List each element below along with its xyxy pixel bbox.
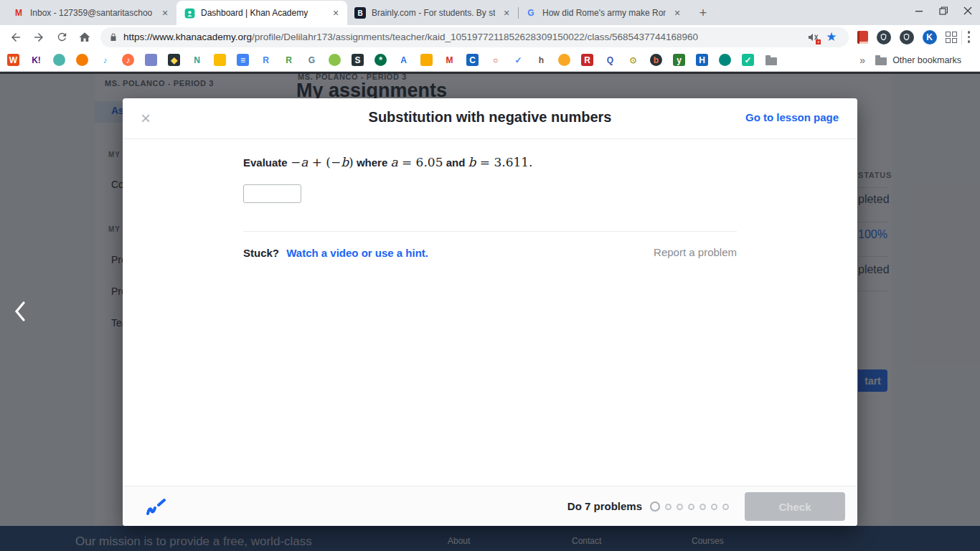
w-red-icon[interactable]: W (7, 54, 19, 66)
tab-title: Inbox - 127359@santaritaschoo (30, 8, 154, 18)
scratchpad-icon[interactable] (146, 496, 167, 519)
folder-icon[interactable] (765, 54, 777, 66)
h-brown-icon[interactable]: h (535, 54, 547, 66)
progress-label: Do 7 problems (567, 500, 642, 512)
chrome-menu-icon[interactable] (962, 31, 976, 43)
microphone-icon[interactable] (145, 54, 157, 66)
hn-blue-icon[interactable]: H (696, 54, 708, 66)
r-blue-icon[interactable]: R (260, 54, 272, 66)
green-bug-icon[interactable] (329, 54, 341, 66)
tab-close-icon[interactable]: × (501, 7, 512, 19)
modal-header: × Substitution with negative numbers Go … (123, 98, 857, 139)
q-purple-icon[interactable]: Q (604, 54, 616, 66)
music-note-icon[interactable]: ♪ (99, 54, 111, 66)
report-problem-link[interactable]: Report a problem (654, 246, 737, 258)
progress-dot (722, 504, 729, 510)
y-green-icon[interactable]: y (673, 54, 685, 66)
check-circle-icon[interactable]: ✓ (512, 54, 524, 66)
flame-circle-icon[interactable]: b (650, 54, 662, 66)
other-bookmarks-button[interactable]: Other bookmarks (875, 55, 961, 65)
progress-dot (677, 504, 683, 510)
sketch-circle-icon[interactable]: ○ (489, 54, 501, 66)
home-icon[interactable] (75, 27, 95, 47)
person-badge-icon[interactable] (420, 54, 433, 66)
khan-favicon (184, 7, 195, 19)
starbucks-icon[interactable]: * (374, 54, 387, 66)
apps-grid-icon[interactable] (946, 32, 957, 43)
tr-red-icon[interactable]: R (581, 54, 593, 66)
stuck-label: Stuck? (243, 247, 279, 259)
go-to-lesson-link[interactable]: Go to lesson page (745, 111, 839, 123)
check-button[interactable]: Check (745, 492, 845, 521)
previous-chevron-icon[interactable] (9, 297, 32, 326)
khan-shield-icon[interactable]: ✓ (742, 54, 754, 66)
google-favicon: G (525, 7, 537, 19)
a-blue-icon[interactable]: A (397, 54, 410, 66)
folder-icon (875, 57, 887, 65)
shield-extension-icon-2[interactable] (900, 30, 914, 44)
tabs-container: MInbox - 127359@santaritaschoo×Dashboard… (6, 1, 689, 25)
close-window-button[interactable] (956, 0, 980, 22)
r-green-icon[interactable]: R (283, 54, 295, 66)
khan-extension-icon[interactable]: K (923, 30, 937, 44)
exercise-modal: × Substitution with negative numbers Go … (123, 98, 857, 526)
orange-swirl-icon[interactable] (76, 54, 88, 66)
browser-tab-strip: MInbox - 127359@santaritaschoo×Dashboard… (0, 0, 980, 25)
dark-book-icon[interactable]: S (352, 54, 364, 66)
answer-input[interactable] (243, 184, 301, 203)
shield-extension-icon[interactable] (877, 30, 891, 44)
g-gray-icon[interactable]: G (306, 54, 318, 66)
new-tab-button[interactable]: + (693, 3, 713, 23)
window-controls (907, 0, 980, 22)
back-icon[interactable] (6, 27, 26, 47)
green-monster-icon[interactable] (53, 54, 65, 66)
tab-close-icon[interactable]: × (330, 7, 341, 19)
other-bookmarks-label: Other bookmarks (892, 55, 961, 65)
forward-icon[interactable] (29, 27, 49, 47)
question-fragment: a (301, 155, 308, 169)
question-fragment: where (354, 156, 391, 169)
yellow-dot-icon[interactable] (558, 54, 570, 66)
dictionary-extension-icon[interactable] (857, 31, 868, 44)
speech-bubble-icon[interactable] (719, 54, 731, 66)
gmail-icon[interactable]: M (443, 54, 456, 66)
bookmark-icons: WK!♪♪◆N≡RRGS*AMC○✓hRQ⊙byH✓ (7, 54, 788, 66)
address-bar[interactable]: https://www.khanacademy.org/profile/Deli… (100, 27, 849, 47)
bookmarks-bar: WK!♪♪◆N≡RRGS*AMC○✓hRQ⊙byH✓ » Other bookm… (0, 49, 980, 72)
blue-doc-icon[interactable]: ≡ (237, 54, 249, 66)
browser-tab[interactable]: BBrainly.com - For students. By st× (347, 1, 518, 25)
progress-dot (711, 504, 717, 510)
modal-body: Evaluate −a + (−b) where a = 6.05 and b … (123, 139, 857, 486)
browser-tab[interactable]: GHow did Rome's army make Ron× (518, 1, 689, 25)
camera-icon[interactable]: ⊙ (627, 54, 639, 66)
sound-muted-icon[interactable]: x (807, 32, 819, 43)
bookmark-star-icon[interactable]: ★ (826, 29, 837, 44)
restore-button[interactable] (931, 0, 956, 22)
c-blue-icon[interactable]: C (466, 54, 479, 66)
hint-link[interactable]: Watch a video or use a hint. (286, 247, 428, 259)
tab-close-icon[interactable]: × (672, 7, 683, 19)
tab-title: How did Rome's army make Ron (542, 8, 666, 18)
yellow-square-icon[interactable] (214, 54, 226, 66)
bookmarks-overflow-icon[interactable]: » (859, 55, 865, 66)
tab-close-icon[interactable]: × (159, 7, 171, 19)
brainly-favicon: B (354, 7, 366, 19)
question-fragment: = 6.05 (398, 155, 443, 169)
question-fragment: b (468, 155, 476, 169)
diamond-icon[interactable]: ◆ (168, 54, 180, 66)
modal-footer: Do 7 problems Check (123, 486, 857, 526)
progress-dot (665, 504, 672, 510)
question-fragment: + (− (308, 155, 341, 169)
question-fragment: − (291, 155, 301, 169)
orange-note-icon[interactable]: ♪ (122, 54, 134, 66)
extension-icons: K (857, 30, 957, 44)
tab-title: Dashboard | Khan Academy (201, 8, 324, 18)
reload-icon[interactable] (52, 27, 72, 47)
kahoot-icon[interactable]: K! (30, 54, 42, 66)
browser-tab[interactable]: Dashboard | Khan Academy× (176, 1, 347, 25)
question-fragment: and (443, 156, 468, 169)
n-teal-icon[interactable]: N (191, 54, 203, 66)
stuck-row: Stuck? Watch a video or use a hint. (243, 247, 428, 259)
minimize-button[interactable] (907, 0, 931, 22)
browser-tab[interactable]: MInbox - 127359@santaritaschoo× (6, 1, 176, 25)
